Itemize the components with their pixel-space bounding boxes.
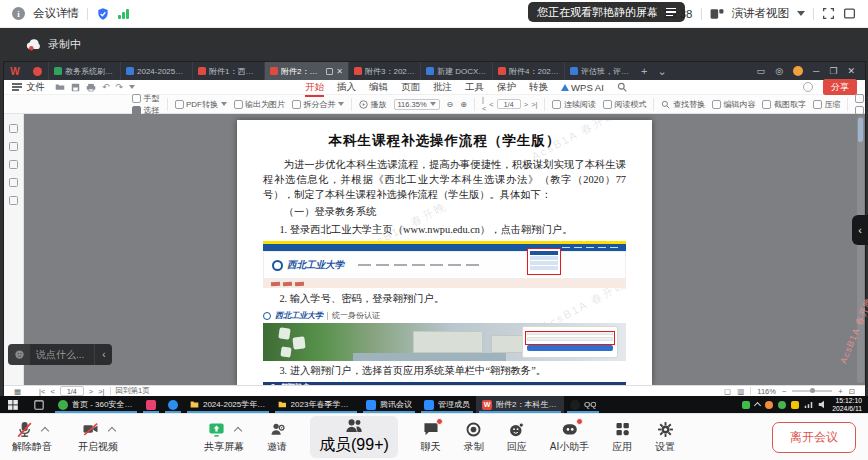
pdf-convert-button[interactable]: PDF转换 <box>175 99 227 110</box>
page-number-input[interactable] <box>497 99 521 109</box>
zoom-out-button[interactable]: ⊖ <box>447 100 454 109</box>
hand-tool-button[interactable]: 手型 <box>132 93 160 104</box>
invite-button[interactable]: 邀请 <box>267 420 287 454</box>
first-page-button[interactable]: |< <box>482 95 486 113</box>
meeting-info-icon[interactable]: i <box>12 7 25 20</box>
snip-text-button[interactable]: 截图取字 <box>762 99 806 110</box>
window-mode-icon[interactable] <box>843 7 856 20</box>
security-tray-icon[interactable] <box>791 401 799 409</box>
menu-convert[interactable]: 转换 <box>529 81 548 94</box>
apps-button[interactable]: 应用 <box>612 420 632 454</box>
save-icon[interactable] <box>71 83 80 92</box>
taskbar-item-pink-app[interactable] <box>140 396 162 413</box>
undo-icon[interactable]: ↶ <box>102 82 110 92</box>
taskbar-item-blue-app[interactable] <box>162 396 184 413</box>
banner-menu-icon[interactable] <box>666 8 676 16</box>
settings-button[interactable]: 设置 <box>655 420 675 454</box>
zoom-in-button[interactable]: + <box>838 387 842 396</box>
start-video-button[interactable]: 开启视频 <box>78 420 118 454</box>
menu-wps-ai[interactable]: WPS AI <box>561 82 604 93</box>
taskbar-item-folder-2024[interactable]: 2024-2025学年秋… <box>184 396 272 413</box>
taskbar-item-qq[interactable]: QQ <box>564 396 602 413</box>
layout-switch-icon[interactable]: ▭ <box>757 66 766 76</box>
outline-panel-icon[interactable] <box>9 124 18 133</box>
split-merge-button[interactable]: 拆分合并 <box>292 99 344 110</box>
recording-indicator[interactable]: 录制中 <box>26 37 81 52</box>
next-page-button[interactable]: > <box>89 387 93 396</box>
double-page-view-icon[interactable]: ▥ <box>737 387 744 396</box>
tab-sheet-2021[interactable]: 教务系统刷出2021级全部… <box>48 62 120 80</box>
wps-home-tab[interactable]: W <box>4 62 26 80</box>
tab-pdf-attachment4[interactable]: 附件4：2022级信息大类… <box>492 62 564 80</box>
find-replace-button[interactable]: 查找替换 <box>661 99 705 110</box>
compress-button[interactable]: 压缩 <box>813 99 841 110</box>
view-mode-selector[interactable]: 演讲者视图 <box>732 6 790 21</box>
task-view-button[interactable] <box>26 396 52 413</box>
taskbar-clock[interactable]: 15:12:10 2024/6/11 <box>832 397 862 412</box>
react-button[interactable]: 回应 <box>507 420 527 454</box>
export-image-button[interactable]: 输出为图片 <box>234 99 286 110</box>
back-to-page-button[interactable]: 回到第1页 <box>116 386 150 396</box>
zoom-slider[interactable] <box>792 390 832 392</box>
file-menu[interactable]: 文件 <box>12 81 45 94</box>
zoom-out-button[interactable]: − <box>782 387 786 396</box>
meeting-details-link[interactable]: 会议详情 <box>33 6 79 21</box>
share-options-chevron[interactable] <box>234 426 242 434</box>
emoji-icon[interactable] <box>8 344 30 365</box>
tray-app-icon[interactable] <box>778 401 786 409</box>
share-button[interactable]: 分享 <box>823 79 857 95</box>
play-button[interactable]: 播放 <box>359 99 387 110</box>
wechat-tray-icon[interactable] <box>742 401 750 409</box>
zoom-select[interactable]: 116.35% <box>394 99 440 110</box>
taskbar-item-member-manager[interactable]: 管理成员 <box>418 396 476 413</box>
panel-collapse-tab[interactable]: ‹ <box>852 215 868 245</box>
last-page-button[interactable]: >| <box>98 387 104 396</box>
chat-button[interactable]: 聊天 <box>421 420 441 454</box>
minimize-button[interactable]: ─ <box>813 66 819 76</box>
zoom-slider-handle[interactable] <box>810 388 815 393</box>
first-page-button[interactable]: |< <box>39 387 45 396</box>
caption-collapse-icon[interactable]: ‹ <box>94 344 112 365</box>
scrollbar-thumb[interactable] <box>858 118 863 142</box>
caption-placeholder[interactable]: 说点什么... <box>30 344 94 365</box>
menu-insert[interactable]: 插入 <box>337 81 356 94</box>
statusbar-page-input[interactable] <box>60 386 84 396</box>
menu-page[interactable]: 页面 <box>401 81 420 94</box>
comment-panel-icon[interactable] <box>9 160 18 169</box>
app-settings-icon[interactable]: ◎ <box>775 66 783 76</box>
tab-doc-2024-2025[interactable]: 2024-2025学年秋季学期… <box>120 62 192 80</box>
next-page-button[interactable]: > <box>524 100 528 109</box>
share-screen-button[interactable]: 共享屏幕 <box>204 420 244 454</box>
start-button[interactable] <box>0 396 26 413</box>
unmute-button[interactable]: 解除静音 <box>12 420 52 454</box>
bookmark-panel-icon[interactable] <box>9 142 18 151</box>
docer-tab[interactable] <box>26 62 48 80</box>
video-options-chevron[interactable] <box>108 426 116 434</box>
volume-icon[interactable] <box>818 400 827 409</box>
security-shield-icon[interactable] <box>96 7 110 21</box>
restore-button[interactable]: ❐ <box>829 66 837 76</box>
thumbnail-panel-icon[interactable] <box>9 178 18 187</box>
print-icon[interactable] <box>86 83 96 92</box>
prev-page-button[interactable]: < <box>50 387 54 396</box>
translate-full-button[interactable]: 全文翻译 <box>855 93 868 104</box>
caption-input-pill[interactable]: 说点什么... ‹ <box>8 344 112 365</box>
read-mode-button[interactable]: 阅读模式 <box>603 99 647 110</box>
tab-list-button[interactable]: ⌄ <box>652 62 671 80</box>
record-button[interactable]: 录制 <box>464 420 484 454</box>
fullscreen-icon[interactable] <box>822 7 835 20</box>
new-tab-button[interactable]: + <box>636 62 652 80</box>
taskbar-item-360browser[interactable]: 首页 - 360安全浏… <box>52 396 140 413</box>
tab-pdf-attachment1[interactable]: 附件1：西北工业大学本科… <box>192 62 264 80</box>
attachment-panel-icon[interactable] <box>9 196 18 205</box>
menu-protect[interactable]: 保护 <box>497 81 516 94</box>
close-button[interactable]: ✕ <box>847 66 855 76</box>
close-tab-icon[interactable]: ✕ <box>336 67 343 76</box>
menu-tools[interactable]: 工具 <box>465 81 484 94</box>
menu-edit[interactable]: 编辑 <box>369 81 388 94</box>
help-icon[interactable] <box>803 82 813 92</box>
redo-icon[interactable]: ↷ <box>116 82 124 92</box>
taskbar-item-wps[interactable]: W附件2：本科生课程… <box>476 396 564 413</box>
fit-page-icon[interactable]: ⊡ <box>849 387 855 396</box>
continuous-read-button[interactable]: 连续阅读 <box>552 99 596 110</box>
